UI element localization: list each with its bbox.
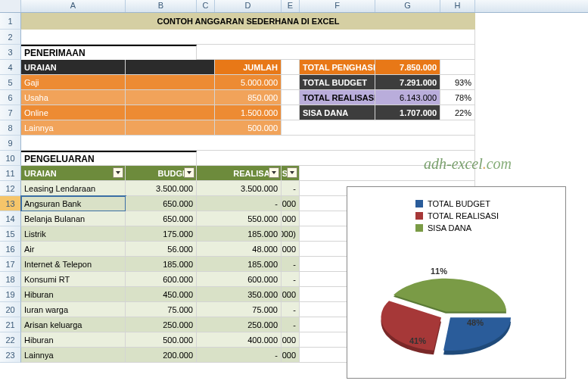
total-realisasi-pct[interactable]: 78% — [440, 90, 475, 105]
table-row-uraian[interactable]: Belanja Bulanan — [21, 211, 126, 226]
usaha-value[interactable]: 850.000 — [215, 90, 282, 105]
total-budget-value[interactable]: 7.291.000 — [375, 75, 440, 90]
table-row-budget[interactable]: 200.000 — [126, 348, 197, 363]
row-9[interactable]: 9 — [0, 136, 21, 151]
total-budget-label[interactable]: TOTAL BUDGET — [300, 75, 375, 90]
row-22[interactable]: 22 — [0, 332, 21, 348]
table-row-uraian[interactable]: Air — [21, 242, 126, 257]
total-penghasilan-value[interactable]: 7.850.000 — [375, 60, 440, 75]
table-row-realisasi[interactable]: 48.000 — [197, 242, 282, 257]
sisa-dana-pct[interactable]: 22% — [440, 105, 475, 120]
table-row-uraian[interactable]: Konsumi RT — [21, 272, 126, 287]
table-row-realisasi[interactable]: - — [197, 196, 282, 211]
table-row-budget[interactable]: 185.000 — [126, 257, 197, 272]
col-G[interactable]: G — [375, 0, 440, 12]
table-row-budget[interactable]: 250.000 — [126, 317, 197, 332]
table-row-selisih[interactable]: 100.000 — [282, 287, 300, 302]
table-row-uraian[interactable]: Leasing Lendaraan — [21, 181, 126, 196]
filter-icon[interactable] — [184, 167, 194, 178]
table-row-budget[interactable]: 56.000 — [126, 242, 197, 257]
filter-icon[interactable] — [269, 167, 279, 178]
table-row-realisasi[interactable]: 3.500.000 — [197, 181, 282, 196]
hdr-selisih[interactable]: SELISIH — [282, 166, 300, 181]
row-23[interactable]: 23 — [0, 348, 21, 363]
total-realisasi-label[interactable]: TOTAL REALISASI — [300, 90, 375, 105]
row-17[interactable]: 17 — [0, 257, 21, 272]
table-row-uraian[interactable]: Angsuran Bank — [21, 196, 126, 211]
lainnya-value[interactable]: 500.000 — [215, 120, 282, 136]
table-row-realisasi[interactable]: - — [197, 348, 282, 363]
table-row-uraian[interactable]: Lainnya — [21, 348, 126, 363]
jumlah-header[interactable]: JUMLAH — [215, 60, 282, 75]
table-row-budget[interactable]: 175.000 — [126, 226, 197, 242]
filter-icon[interactable] — [287, 167, 297, 178]
table-row-selisih[interactable]: 8.000 — [282, 242, 300, 257]
table-row-budget[interactable]: 75.000 — [126, 302, 197, 317]
uraian-header[interactable]: URAIAN — [21, 60, 126, 75]
gaji-label[interactable]: Gaji — [21, 75, 126, 90]
total-penghasilan-label[interactable]: TOTAL PENGHASILAN — [300, 60, 375, 75]
table-row-budget[interactable]: 600.000 — [126, 272, 197, 287]
row-8[interactable]: 8 — [0, 120, 21, 136]
row-13[interactable]: 13 — [0, 196, 21, 211]
row-5[interactable]: 5 — [0, 75, 21, 90]
usaha-label[interactable]: Usaha — [21, 90, 126, 105]
table-row-realisasi[interactable]: 185.000 — [197, 226, 282, 242]
row-20[interactable]: 20 — [0, 302, 21, 317]
select-all-corner[interactable] — [0, 0, 21, 12]
sheet-title[interactable]: CONTOH ANGGARAN SEDERHANA DI EXCEL — [21, 13, 475, 30]
table-row-uraian[interactable]: Arisan keluarga — [21, 317, 126, 332]
row-14[interactable]: 14 — [0, 211, 21, 226]
lainnya-label[interactable]: Lainnya — [21, 120, 126, 136]
row-19[interactable]: 19 — [0, 287, 21, 302]
col-C[interactable]: C — [197, 0, 215, 12]
row-15[interactable]: 15 — [0, 226, 21, 242]
online-value[interactable]: 1.500.000 — [215, 105, 282, 120]
total-budget-pct[interactable]: 93% — [440, 75, 475, 90]
table-row-selisih[interactable]: - — [282, 302, 300, 317]
col-H[interactable]: H — [440, 0, 475, 12]
row-4[interactable]: 4 — [0, 60, 21, 75]
pie-chart[interactable]: TOTAL BUDGET TOTAL REALISASI SISA DANA 4… — [347, 186, 566, 379]
row-3[interactable]: 3 — [0, 45, 21, 60]
table-row-realisasi[interactable]: 75.000 — [197, 302, 282, 317]
col-A[interactable]: A — [21, 0, 126, 12]
row-7[interactable]: 7 — [0, 105, 21, 120]
table-row-selisih[interactable]: 650.000 — [282, 196, 300, 211]
filter-icon[interactable] — [113, 167, 123, 178]
sisa-dana-label[interactable]: SISA DANA — [300, 105, 375, 120]
hdr-realisasi[interactable]: REALISASI — [197, 166, 282, 181]
col-F[interactable]: F — [300, 0, 375, 12]
table-row-budget[interactable]: 450.000 — [126, 287, 197, 302]
row-16[interactable]: 16 — [0, 242, 21, 257]
table-row-realisasi[interactable]: 600.000 — [197, 272, 282, 287]
table-row-realisasi[interactable]: 185.000 — [197, 257, 282, 272]
table-row-selisih[interactable]: - — [282, 317, 300, 332]
penerimaan-heading[interactable]: PENERIMAAN — [21, 45, 197, 60]
table-row-uraian[interactable]: Internet & Telepon — [21, 257, 126, 272]
table-row-selisih[interactable]: - — [282, 272, 300, 287]
table-row-uraian[interactable]: Hiburan — [21, 287, 126, 302]
row-2[interactable]: 2 — [0, 30, 21, 45]
row-21[interactable]: 21 — [0, 317, 21, 332]
row-1[interactable]: 1 — [0, 13, 21, 30]
hdr-budget[interactable]: BUDGET — [126, 166, 197, 181]
row-12[interactable]: 12 — [0, 181, 21, 196]
table-row-realisasi[interactable]: 250.000 — [197, 317, 282, 332]
col-E[interactable]: E — [282, 0, 300, 12]
table-row-budget[interactable]: 650.000 — [126, 211, 197, 226]
table-row-selisih[interactable]: 100.000 — [282, 211, 300, 226]
row-10[interactable]: 10 — [0, 151, 21, 166]
col-D[interactable]: D — [215, 0, 282, 12]
table-row-selisih[interactable]: (10.000) — [282, 226, 300, 242]
total-realisasi-value[interactable]: 6.143.000 — [375, 90, 440, 105]
table-row-selisih[interactable]: 100.000 — [282, 332, 300, 348]
hdr-uraian[interactable]: URAIAN — [21, 166, 126, 181]
table-row-realisasi[interactable]: 400.000 — [197, 332, 282, 348]
table-row-realisasi[interactable]: 550.000 — [197, 211, 282, 226]
pengeluaran-heading[interactable]: PENGELUARAN — [21, 151, 197, 166]
table-row-selisih[interactable]: 200.000 — [282, 348, 300, 363]
table-row-uraian[interactable]: Listrik — [21, 226, 126, 242]
table-row-selisih[interactable]: - — [282, 181, 300, 196]
table-row-budget[interactable]: 3.500.000 — [126, 181, 197, 196]
